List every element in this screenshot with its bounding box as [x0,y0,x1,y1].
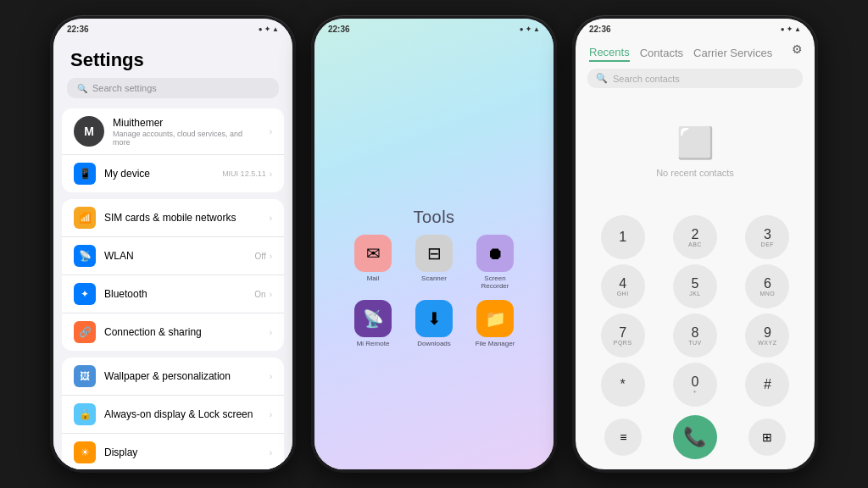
bluetooth-row[interactable]: ✦ Bluetooth On › [62,275,284,313]
app-scanner[interactable]: ⊟ Scanner [415,235,453,290]
dial-1[interactable]: 1 [601,215,645,259]
connection-right: › [270,328,272,337]
time-1: 22:36 [67,25,89,34]
aod-content: Always-on display & Lock screen [104,408,261,420]
my-device-right: MIUI 12.5.11 › [222,169,272,179]
folder-label: Tools [413,208,454,227]
bluetooth-label: Bluetooth [104,288,246,300]
dialpad-grid: 1 2ABC 3DEF 4GHI 5JKL 6MNO 7PQRS 8TUV 9W… [589,215,801,407]
phone-home: 22:36 ● ✦ ▲ Tools ✉ Mail ⊟ Scanner [311,15,557,473]
my-device-chevron: › [270,169,272,179]
dial-3[interactable]: 3DEF [745,215,789,259]
voicemail-button[interactable]: ≡ [604,419,642,456]
my-device-label: My device [104,168,214,180]
status-bar-3: 22:36 ● ✦ ▲ [576,19,815,39]
app-screen-recorder[interactable]: ⏺ Screen Recorder [470,235,520,290]
dial-9[interactable]: 9WXYZ [745,313,789,358]
chevron-icon: › [270,127,272,136]
dial-4[interactable]: 4GHI [601,264,645,308]
my-device-icon: 📱 [74,163,96,185]
display-content: Display [104,446,261,458]
wallpaper-right: › [270,372,272,381]
aod-right: › [270,410,272,419]
dial-0[interactable]: 0+ [673,363,717,407]
downloads-label: Downloads [417,340,451,347]
settings-screen: 22:36 ● ✦ ▲ Settings 🔍 Search settings M… [53,19,292,469]
profile-section: M Miuithemer Manage accounts, cloud serv… [62,108,284,192]
dial-7[interactable]: 7PQRS [601,313,645,358]
dialpad-bottom: ≡ 📞 ⊞ [589,412,801,463]
display-icon: ☀ [74,441,96,463]
tab-recents[interactable]: Recents [589,44,630,62]
connection-row[interactable]: 🔗 Connection & sharing › [62,313,284,351]
dial-star[interactable]: * [601,363,645,407]
wlan-icon: 📡 [74,245,96,267]
profile-row[interactable]: M Miuithemer Manage accounts, cloud serv… [62,108,284,155]
profile-info: Miuithemer Manage accounts, cloud servic… [113,117,261,147]
app-downloads[interactable]: ⬇ Downloads [415,300,453,347]
time-3: 22:36 [589,25,611,34]
profile-name: Miuithemer [113,117,261,129]
keypad-button[interactable]: ⊞ [748,419,786,456]
wallpaper-row[interactable]: 🖼 Wallpaper & personalization › [62,358,284,396]
sim-label: SIM cards & mobile networks [104,212,261,224]
mail-label: Mail [367,274,380,282]
screen-recorder-label: Screen Recorder [470,274,520,290]
settings-content: Settings 🔍 Search settings M Miuithemer … [53,19,292,469]
sim-chevron: › [270,214,272,223]
connection-content: Connection & sharing [104,326,261,338]
gear-icon[interactable]: ⚙ [792,42,803,56]
wallpaper-icon: 🖼 [74,365,96,387]
dial-2[interactable]: 2ABC [673,215,717,259]
search-icon-contacts: 🔍 [596,73,608,84]
wlan-row[interactable]: 📡 WLAN Off › [62,237,284,275]
display-row[interactable]: ☀ Display › [62,434,284,469]
scanner-icon: ⊟ [415,235,453,272]
wlan-right: Off › [255,252,273,261]
time-2: 22:36 [328,25,350,34]
settings-search[interactable]: 🔍 Search settings [67,78,279,98]
file-manager-icon: 📁 [476,300,514,337]
search-contacts-placeholder: Search contacts [613,74,680,84]
aod-label: Always-on display & Lock screen [104,408,261,420]
status-bar-2: 22:36 ● ✦ ▲ [314,19,554,39]
tab-contacts[interactable]: Contacts [640,45,683,61]
screen-recorder-icon: ⏺ [476,235,514,272]
phone-tabs: Recents Contacts Carrier Services [576,39,815,65]
wlan-value: Off [255,252,266,261]
dial-6[interactable]: 6MNO [745,264,789,308]
empty-text: No recent contacts [656,168,734,178]
app-file-manager[interactable]: 📁 File Manager [476,300,515,347]
sim-row[interactable]: 📶 SIM cards & mobile networks › [62,199,284,237]
call-button[interactable]: 📞 [673,415,717,459]
tab-carrier-services[interactable]: Carrier Services [693,45,772,61]
bluetooth-chevron: › [270,290,272,299]
mi-remote-label: Mi Remote [357,340,390,347]
aod-row[interactable]: 🔒 Always-on display & Lock screen › [62,396,284,434]
my-device-content: My device [104,168,214,180]
mi-remote-icon: 📡 [354,300,392,337]
file-manager-label: File Manager [476,340,515,347]
dial-8[interactable]: 8TUV [673,313,717,358]
app-mail[interactable]: ✉ Mail [354,235,392,290]
dial-hash[interactable]: # [745,363,789,407]
personalization-section: 🖼 Wallpaper & personalization › 🔒 [62,358,284,469]
dial-5[interactable]: 5JKL [673,264,717,308]
app-mi-remote[interactable]: 📡 Mi Remote [354,300,392,347]
wallpaper-label: Wallpaper & personalization [104,370,261,382]
bluetooth-value: On [254,290,265,299]
bluetooth-right: On › [254,290,272,299]
dialpad: 1 2ABC 3DEF 4GHI 5JKL 6MNO 7PQRS 8TUV 9W… [576,208,815,469]
downloads-icon: ⬇ [415,300,453,337]
empty-state: ⬜ No recent contacts [576,95,815,208]
status-icons-1: ● ✦ ▲ [259,25,279,33]
display-right: › [270,448,272,458]
wlan-label: WLAN [104,250,247,262]
bluetooth-content: Bluetooth [104,288,246,300]
apps-grid: ✉ Mail ⊟ Scanner ⏺ Screen Recorder 📡 Mi … [348,235,520,347]
contacts-search[interactable]: 🔍 Search contacts [587,69,803,88]
connection-icon: 🔗 [74,321,96,343]
my-device-row[interactable]: 📱 My device MIUI 12.5.11 › [62,155,284,192]
bluetooth-icon: ✦ [74,283,96,305]
network-section: 📶 SIM cards & mobile networks › 📡 [62,199,284,351]
